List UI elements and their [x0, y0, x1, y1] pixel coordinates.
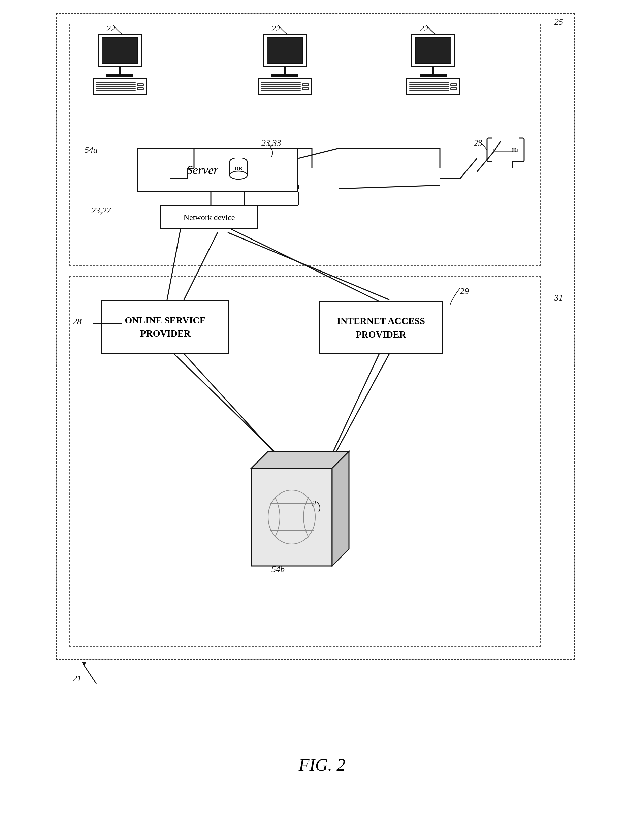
ref-23-33-arrow [265, 141, 298, 158]
disk-lines-middle [261, 82, 301, 91]
base-right [420, 74, 447, 77]
workstation-left: 22 [93, 34, 147, 95]
disk-line-m-5 [261, 90, 301, 91]
monitor-screen-middle [267, 38, 303, 64]
disk-line-m-2 [261, 84, 301, 85]
printer-svg [484, 128, 528, 168]
ref-31: 31 [555, 293, 563, 303]
ref-54a: 54a [85, 145, 98, 155]
svg-point-21 [512, 148, 516, 152]
ref-28-arrow [91, 319, 125, 329]
svg-point-15 [230, 171, 247, 179]
stand-right [432, 67, 434, 74]
disk-slot-r-1 [450, 83, 457, 86]
svg-rect-20 [492, 161, 512, 168]
disk-slot-m-1 [302, 83, 309, 86]
cpu-left [93, 78, 147, 95]
disk-line-m-3 [261, 86, 301, 87]
printer [484, 128, 528, 168]
monitor-screen-left [102, 38, 138, 64]
diagram-container: 25 31 22 22 [36, 14, 608, 754]
ref-21-arrow [80, 660, 113, 687]
network-device-label: Network device [183, 213, 235, 222]
ref-28: 28 [73, 317, 81, 327]
disk-line-r-3 [409, 86, 449, 87]
cpu-right [406, 78, 460, 95]
monitor-middle [263, 34, 307, 67]
network-device-box: Network device [160, 205, 258, 229]
base-left [107, 74, 133, 77]
cpu-middle [258, 78, 312, 95]
disk-line-r-5 [409, 90, 449, 91]
disk-line-4 [96, 88, 136, 89]
disk-slot-m-2 [302, 87, 309, 90]
monitor-left [98, 34, 142, 67]
disk-line-1 [96, 82, 136, 83]
disk-slots-middle [302, 83, 309, 90]
disk-line-r-4 [409, 88, 449, 89]
db-icon-container: DB [228, 158, 249, 183]
svg-line-50 [83, 663, 96, 684]
disk-line-r-1 [409, 82, 449, 83]
workstation-middle: 22 [258, 34, 312, 95]
disk-line-5 [96, 90, 136, 91]
3d-box: 2 54b [231, 445, 352, 574]
disk-slot-r-2 [450, 87, 457, 90]
monitor-right [411, 34, 455, 67]
disk-line-m-4 [261, 88, 301, 89]
disk-slot-2 [137, 87, 144, 90]
server-label: Server [186, 163, 218, 177]
disk-line-3 [96, 86, 136, 87]
ref-29-arrow [440, 286, 473, 307]
ref-23-27: 23,27 [91, 205, 111, 216]
workstation-right: 22 [406, 34, 460, 95]
db-icon: DB [228, 158, 249, 181]
svg-rect-17 [487, 138, 524, 162]
internet-access-provider-box: INTERNET ACCESS PROVIDER [319, 301, 443, 354]
fig-label: FIG. 2 [299, 755, 346, 775]
stand-middle [284, 67, 286, 74]
internet-access-provider-label: INTERNET ACCESS PROVIDER [320, 314, 442, 340]
disk-slots-left [137, 83, 144, 90]
disk-lines-left [96, 82, 136, 91]
base-middle [271, 74, 298, 77]
monitor-screen-right [415, 38, 451, 64]
svg-rect-18 [492, 133, 519, 139]
ref-25: 25 [555, 17, 563, 27]
ref-2-arrow [315, 500, 342, 514]
svg-text:DB: DB [235, 166, 243, 171]
disk-line-m-1 [261, 82, 301, 83]
disk-slot-1 [137, 83, 144, 86]
disk-slots-right [450, 83, 457, 90]
disk-line-r-2 [409, 84, 449, 85]
disk-line-2 [96, 84, 136, 85]
disk-lines-right [409, 82, 449, 91]
ref-54b: 54b [271, 564, 285, 574]
ref-23-27-arrow [127, 208, 167, 218]
stand-left [119, 67, 121, 74]
